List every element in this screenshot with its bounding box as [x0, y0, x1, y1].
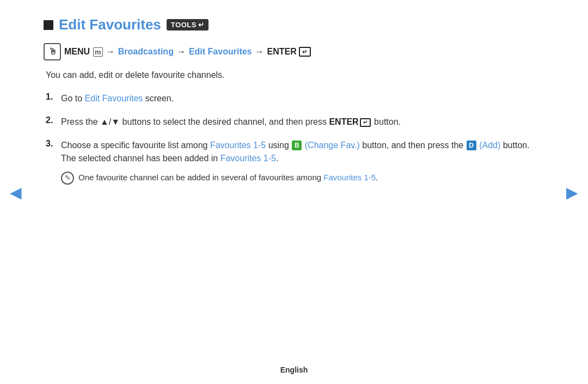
- title-row: Edit Favourites TOOLS ↵: [44, 16, 544, 33]
- footer-language: English: [280, 365, 308, 374]
- tools-icon: ↵: [198, 21, 205, 29]
- menu-broadcasting-link: Broadcasting: [118, 47, 174, 57]
- step-3-number: 3.: [46, 139, 61, 149]
- menu-arrow-3: →: [255, 47, 264, 57]
- note-content: One favourite channel can be added in se…: [78, 171, 378, 184]
- step-1-content: Go to Edit Favourites screen.: [61, 92, 174, 106]
- step-1-link: Edit Favourites: [85, 94, 143, 103]
- step-2: 2. Press the ▲/▼ buttons to select the d…: [46, 115, 544, 129]
- menu-edit-favourites-link: Edit Favourites: [189, 47, 252, 57]
- step-3-link1: Favourites 1-5: [210, 141, 266, 150]
- step-3-change-fav: (Change Fav.): [305, 141, 360, 150]
- title-square-icon: [44, 20, 53, 30]
- step-3-content: Choose a specific favourite list among F…: [61, 139, 544, 185]
- step-3-add-link: (Add): [479, 141, 500, 150]
- steps-list: 1. Go to Edit Favourites screen. 2. Pres…: [46, 92, 544, 185]
- step-2-content: Press the ▲/▼ buttons to select the desi…: [61, 115, 401, 129]
- page-content: Edit Favourites TOOLS ↵ 🖱 MENU m → Broad…: [0, 0, 588, 384]
- tools-badge: TOOLS ↵: [167, 19, 209, 31]
- description-text: You can add, edit or delete favourite ch…: [46, 70, 544, 80]
- menu-keyword: MENU: [64, 47, 90, 57]
- menu-suffix-icon: m: [93, 47, 103, 57]
- tools-label: TOOLS: [171, 21, 197, 29]
- step-2-number: 2.: [46, 115, 61, 125]
- step-3: 3. Choose a specific favourite list amon…: [46, 139, 544, 185]
- step-1: 1. Go to Edit Favourites screen.: [46, 92, 544, 106]
- menu-path: 🖱 MENU m → Broadcasting → Edit Favourite…: [44, 43, 544, 60]
- note-row: ✎ One favourite channel can be added in …: [61, 171, 544, 185]
- step-2-enter-icon: ↵: [360, 118, 371, 127]
- step-3-link2: Favourites 1-5: [220, 154, 276, 163]
- blue-d-badge: D: [467, 141, 476, 150]
- page-title: Edit Favourites: [59, 16, 161, 33]
- enter-keyword: ENTER↵: [267, 47, 311, 57]
- enter-label: ENTER: [267, 47, 297, 57]
- note-link: Favourites 1-5: [323, 173, 376, 182]
- menu-arrow-1: →: [106, 47, 115, 57]
- step-1-number: 1.: [46, 92, 61, 102]
- note-icon: ✎: [61, 172, 74, 185]
- green-b-badge: B: [292, 141, 302, 150]
- enter-icon: ↵: [299, 47, 311, 57]
- menu-arrow-2: →: [177, 47, 186, 57]
- menu-remote-icon: 🖱: [44, 43, 61, 60]
- footer: English: [0, 365, 588, 374]
- step-2-enter-bold: ENTER: [329, 117, 358, 126]
